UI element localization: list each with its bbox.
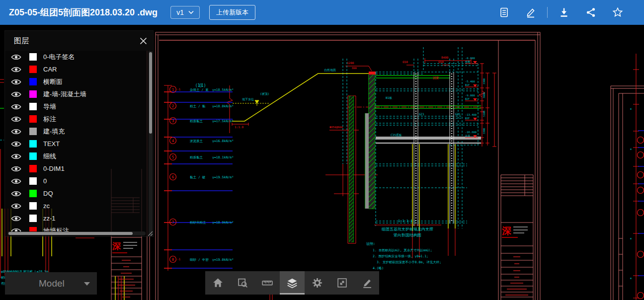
svg-text:GZ1: GZ1 <box>419 112 424 116</box>
eye-icon[interactable] <box>11 153 22 160</box>
layer-row[interactable]: 建-填充 <box>5 125 153 138</box>
svg-text:650: 650 <box>438 60 444 64</box>
eye-icon[interactable] <box>11 190 22 197</box>
layer-color-swatch[interactable] <box>29 78 37 85</box>
layer-name: 0-电子签名 <box>43 53 75 62</box>
svg-text:6: 6 <box>172 175 174 179</box>
layer-name: 导墙 <box>43 102 56 111</box>
eye-icon[interactable] <box>11 103 22 110</box>
layer-color-swatch[interactable] <box>29 90 37 98</box>
close-icon[interactable] <box>140 37 147 45</box>
layer-row[interactable]: 细线 <box>5 150 153 162</box>
layers-panel: 图层 0-电子签名 CAR 横断面 <box>5 31 153 236</box>
layer-row[interactable]: 0-DIM1 <box>5 162 153 175</box>
layers-button[interactable] <box>280 271 305 295</box>
viewer-toolbar <box>205 271 379 295</box>
settings-button[interactable] <box>305 271 329 295</box>
layer-color-swatch[interactable] <box>29 103 37 110</box>
version-select[interactable]: v1 <box>170 6 200 19</box>
svg-text:C35底板: C35底板 <box>391 133 402 137</box>
layer-color-swatch[interactable] <box>29 53 37 61</box>
eye-icon[interactable] <box>11 78 22 85</box>
layer-color-swatch[interactable] <box>29 115 37 123</box>
eye-icon[interactable] <box>11 91 22 98</box>
eye-icon[interactable] <box>11 128 22 135</box>
document-info-icon[interactable] <box>490 7 517 18</box>
svg-text:竖向剖面结构图: 竖向剖面结构图 <box>393 233 421 237</box>
eye-icon[interactable] <box>11 116 22 123</box>
layer-row[interactable]: 标注 <box>5 113 153 125</box>
svg-text:γ=19.5kN/m³: γ=19.5kN/m³ <box>212 175 234 179</box>
eye-icon[interactable] <box>11 203 22 210</box>
layer-name: 建-填充 <box>43 127 65 136</box>
svg-text:γ=18.5kN/m³: γ=18.5kN/m³ <box>212 88 234 92</box>
vertical-scrollbar-thumb[interactable] <box>149 52 152 134</box>
svg-text:≡: ≡ <box>630 148 632 150</box>
layer-color-swatch[interactable] <box>29 152 37 160</box>
svg-text:-1: -1 <box>177 87 181 91</box>
eye-icon[interactable] <box>11 141 22 148</box>
horizontal-scrollbar-thumb[interactable] <box>8 232 133 235</box>
layer-row[interactable]: 建-墙-混凝土墙 <box>5 88 153 100</box>
svg-text:自然地面: 自然地面 <box>324 68 336 72</box>
svg-text:B1F: B1F <box>465 83 470 86</box>
svg-text:(1): (1) <box>199 83 206 88</box>
svg-text:冠梁: 冠梁 <box>433 76 439 80</box>
layer-color-swatch[interactable] <box>29 190 37 197</box>
svg-text:粉质黏土: 粉质黏土 <box>190 155 203 159</box>
upload-new-version-button[interactable]: 上传新版本 <box>209 5 255 20</box>
svg-text:淤泥质土: 淤泥质土 <box>190 139 203 143</box>
eye-icon[interactable] <box>11 165 22 172</box>
layer-color-swatch[interactable] <box>29 202 37 210</box>
vertical-scrollbar[interactable] <box>149 51 153 236</box>
svg-text:-16.800: -16.800 <box>465 131 477 134</box>
layer-row[interactable]: 导墙 <box>5 100 153 113</box>
layer-row[interactable]: 横断面 <box>5 75 153 88</box>
eye-icon[interactable] <box>11 178 22 185</box>
layer-name: DQ <box>43 190 53 197</box>
layer-color-swatch[interactable] <box>29 215 37 222</box>
fullscreen-button[interactable] <box>329 271 354 295</box>
layer-color-swatch[interactable] <box>29 66 37 73</box>
svg-text:4: 4 <box>172 139 174 143</box>
layer-color-swatch[interactable] <box>29 128 37 135</box>
svg-text:1:1.0: 1:1.0 <box>235 125 243 129</box>
svg-text:深: 深 <box>112 241 121 251</box>
layer-list: 0-电子签名 CAR 横断面 建-墙-混凝土墙 <box>5 51 153 237</box>
layer-row[interactable]: CAR <box>5 63 153 75</box>
star-icon[interactable] <box>604 7 631 18</box>
svg-text:γ=17.5kN/m³: γ=17.5kN/m³ <box>212 119 234 123</box>
horizontal-scrollbar[interactable] <box>7 231 146 235</box>
layer-row[interactable]: zc <box>5 200 153 212</box>
panel-resize-handle[interactable] <box>147 230 153 236</box>
layer-row[interactable]: 0-电子签名 <box>5 51 153 63</box>
layer-name: CAR <box>43 66 57 73</box>
svg-text:坑底: 坑底 <box>465 134 470 138</box>
download-icon[interactable] <box>551 7 577 18</box>
eye-icon[interactable] <box>11 66 22 73</box>
annotate-icon[interactable] <box>517 7 544 18</box>
layer-color-swatch[interactable] <box>29 165 37 172</box>
layer-name: 细线 <box>43 152 56 161</box>
markup-button[interactable] <box>354 271 379 295</box>
model-space-select[interactable]: Model <box>5 272 97 295</box>
home-button[interactable] <box>205 271 230 295</box>
zoom-window-button[interactable] <box>230 271 255 295</box>
layers-panel-header[interactable]: 图层 <box>5 31 153 51</box>
layer-row[interactable]: 0 <box>5 175 153 187</box>
svg-text:1200: 1200 <box>347 61 354 65</box>
svg-text:5: 5 <box>172 155 174 159</box>
share-icon[interactable] <box>577 7 604 18</box>
measure-button[interactable] <box>255 271 280 295</box>
layer-row[interactable]: TEXT <box>5 138 153 150</box>
layer-color-swatch[interactable] <box>29 140 37 148</box>
svg-text:γ=16.8kN/m³: γ=16.8kN/m³ <box>212 139 234 143</box>
eye-icon[interactable] <box>11 215 22 222</box>
eye-icon[interactable] <box>11 54 22 61</box>
svg-text:粉质黏土: 粉质黏土 <box>190 119 203 123</box>
svg-text:γ=18.0kN/m³: γ=18.0kN/m³ <box>212 104 234 108</box>
layer-row[interactable]: zz-1 <box>5 212 153 225</box>
layer-row[interactable]: DQ <box>5 187 153 200</box>
svg-text:≡: ≡ <box>630 107 632 110</box>
layer-color-swatch[interactable] <box>29 177 37 185</box>
